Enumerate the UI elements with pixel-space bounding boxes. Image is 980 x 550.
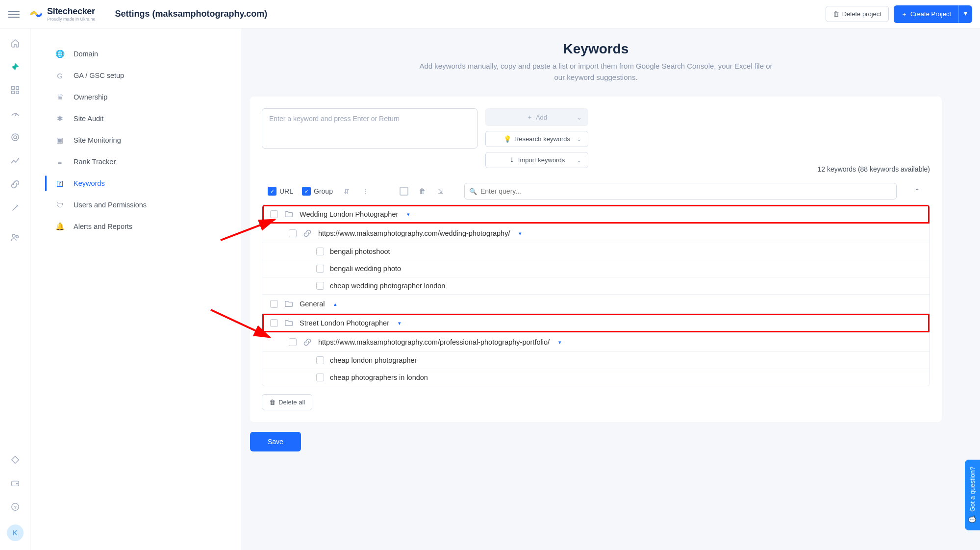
- row-label: bengali wedding photo: [330, 265, 401, 273]
- hamburger-icon[interactable]: [8, 8, 20, 20]
- topbar: Sitechecker Proudly made in Ukraine Sett…: [0, 0, 980, 28]
- more-vert-icon[interactable]: ⋮: [360, 187, 370, 195]
- logo[interactable]: Sitechecker Proudly made in Ukraine: [29, 6, 96, 22]
- page-title: Settings (maksamphotography.com): [115, 9, 268, 19]
- rail-speed[interactable]: [9, 108, 21, 120]
- keyword-action-buttons: ＋ Add ⌄ 💡 Research keywords ⌄ ⭳ Import k…: [485, 108, 588, 168]
- tree-toolbar: ✓ URL ✓ Group ⇵ ⋮ 🗑 ⇲ 🔍 ⌃: [262, 178, 930, 204]
- tree-row-kw[interactable]: cheap photographers in london: [262, 369, 930, 386]
- svg-point-6: [12, 234, 15, 237]
- globe-icon: 🌐: [55, 49, 65, 59]
- logo-tagline: Proudly made in Ukraine: [47, 17, 96, 22]
- caret-down-icon[interactable]: ▾: [519, 230, 522, 237]
- folder-icon: [284, 209, 294, 219]
- tree-row-kw[interactable]: cheap london photographer: [262, 352, 930, 369]
- rail-diamond[interactable]: [9, 454, 21, 466]
- delete-project-button[interactable]: 🗑 Delete project: [826, 6, 889, 22]
- row-checkbox[interactable]: [316, 374, 324, 381]
- tree-structure-icon[interactable]: ⇵: [342, 187, 352, 195]
- help-tab[interactable]: 💬 Got a question?: [965, 460, 980, 530]
- settings-item-alerts-and-reports[interactable]: 🔔Alerts and Reports: [30, 216, 241, 237]
- crown-icon: ♛: [55, 92, 65, 102]
- settings-item-users-and-permissions[interactable]: 🛡Users and Permissions: [30, 194, 241, 216]
- row-checkbox[interactable]: [316, 265, 324, 273]
- bell-icon: 🔔: [55, 222, 65, 231]
- checkbox-checked-icon: ✓: [302, 187, 311, 196]
- rail-wallet[interactable]: [9, 477, 21, 489]
- settings-item-domain[interactable]: 🌐Domain: [30, 43, 241, 65]
- settings-item-label: Ownership: [74, 93, 107, 101]
- rail-link[interactable]: [9, 178, 21, 190]
- settings-item-label: Site Audit: [74, 115, 103, 123]
- select-all-checkbox[interactable]: [400, 187, 408, 196]
- settings-item-label: Alerts and Reports: [74, 223, 132, 230]
- trash-icon: 🗑: [833, 10, 839, 18]
- row-checkbox[interactable]: [316, 248, 324, 255]
- main: Keywords Add keywords manually, copy and…: [241, 28, 951, 550]
- caret-down-icon[interactable]: ▾: [558, 339, 561, 346]
- create-project-dropdown[interactable]: ▾: [958, 5, 972, 23]
- google-icon: G: [55, 71, 65, 80]
- row-label: Wedding London Photographer: [300, 210, 398, 218]
- settings-item-ownership[interactable]: ♛Ownership: [30, 86, 241, 108]
- group-checkbox-label: Group: [314, 187, 333, 195]
- settings-item-label: Users and Permissions: [74, 201, 147, 209]
- search-input[interactable]: [464, 183, 897, 200]
- collapse-all-icon[interactable]: ⌃: [910, 185, 924, 197]
- tree-row-folder[interactable]: Street London Photographer▾: [262, 314, 930, 333]
- row-checkbox[interactable]: [316, 356, 324, 364]
- row-checkbox[interactable]: [270, 210, 278, 218]
- row-checkbox[interactable]: [289, 338, 297, 346]
- bug-icon: ✱: [55, 114, 65, 124]
- row-checkbox[interactable]: [270, 319, 278, 327]
- rail-team[interactable]: [9, 231, 21, 243]
- tree-row-url[interactable]: https://www.maksamphotography.com/weddin…: [262, 224, 930, 243]
- caret-up-icon[interactable]: ▴: [334, 301, 337, 307]
- chevron-down-icon: ▾: [964, 9, 967, 17]
- create-project-button[interactable]: ＋ Create Project: [894, 5, 958, 23]
- row-label: cheap london photographer: [330, 356, 417, 364]
- rail-trend[interactable]: [9, 155, 21, 167]
- rail-help[interactable]: ?: [9, 501, 21, 513]
- tree-row-folder[interactable]: General▴: [262, 295, 930, 314]
- rail-target[interactable]: [9, 131, 21, 143]
- tree-row-kw[interactable]: cheap wedding photographer london: [262, 277, 930, 295]
- caret-down-icon[interactable]: ▾: [407, 211, 410, 218]
- url-checkbox[interactable]: ✓ URL: [268, 187, 293, 196]
- main-subtitle: Add keywords manually, copy and paste a …: [415, 61, 778, 83]
- rail-pin[interactable]: [9, 61, 21, 73]
- row-checkbox[interactable]: [316, 282, 324, 290]
- create-project-label: Create Project: [910, 10, 951, 18]
- save-button[interactable]: Save: [250, 432, 301, 451]
- add-button[interactable]: ＋ Add ⌄: [485, 108, 588, 126]
- delete-all-button[interactable]: 🗑 Delete all: [262, 394, 312, 410]
- import-keywords-button[interactable]: ⭳ Import keywords ⌄: [485, 152, 588, 168]
- caret-down-icon[interactable]: ▾: [398, 320, 401, 326]
- tree-row-kw[interactable]: bengali photoshoot: [262, 243, 930, 260]
- main-header: Keywords Add keywords manually, copy and…: [250, 41, 942, 83]
- settings-item-site-monitoring[interactable]: ▣Site Monitoring: [30, 129, 241, 151]
- tree-row-folder[interactable]: Wedding London Photographer▾: [262, 205, 930, 224]
- keyword-input[interactable]: [262, 108, 477, 149]
- main-title: Keywords: [250, 41, 942, 57]
- tree-row-kw[interactable]: bengali wedding photo: [262, 260, 930, 277]
- avatar[interactable]: K: [7, 525, 24, 541]
- settings-item-rank-tracker[interactable]: ≡Rank Tracker: [30, 151, 241, 173]
- rail-dashboard[interactable]: [9, 84, 21, 96]
- rail-magic[interactable]: [9, 202, 21, 214]
- settings-item-ga-gsc-setup[interactable]: GGA / GSC setup: [30, 65, 241, 86]
- move-icon[interactable]: ⇲: [436, 187, 446, 195]
- group-checkbox[interactable]: ✓ Group: [302, 187, 333, 196]
- research-keywords-button[interactable]: 💡 Research keywords ⌄: [485, 131, 588, 147]
- settings-item-site-audit[interactable]: ✱Site Audit: [30, 108, 241, 129]
- settings-item-label: Domain: [74, 50, 98, 58]
- tree-row-url[interactable]: https://www.maksamphotography.com/profes…: [262, 333, 930, 352]
- trash-icon: 🗑: [269, 399, 276, 406]
- settings-item-keywords[interactable]: ⚿Keywords: [30, 173, 241, 194]
- trash-icon[interactable]: 🗑: [417, 187, 427, 195]
- rail-home[interactable]: [9, 37, 21, 49]
- topbar-actions: 🗑 Delete project ＋ Create Project ▾: [826, 5, 972, 23]
- row-checkbox[interactable]: [270, 300, 278, 308]
- row-checkbox[interactable]: [289, 229, 297, 237]
- shield-icon: 🛡: [55, 200, 65, 210]
